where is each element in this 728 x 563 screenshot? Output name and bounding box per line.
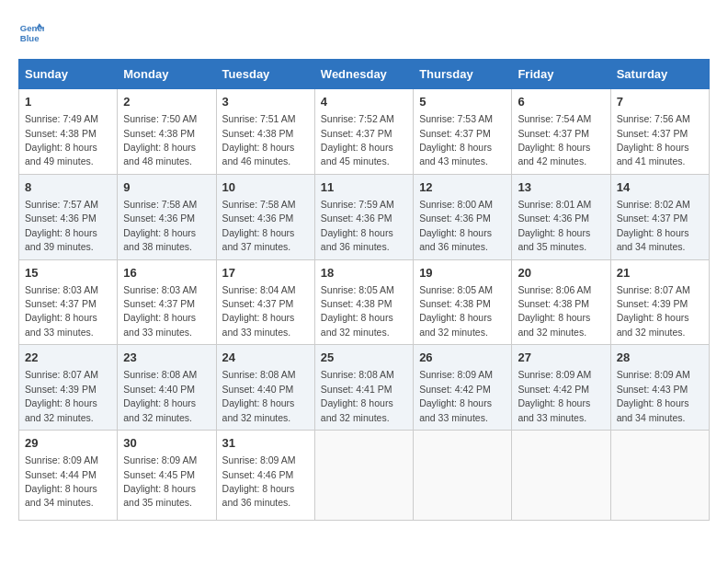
calendar-cell: 9 Sunrise: 7:58 AMSunset: 4:36 PMDayligh…	[118, 174, 216, 259]
header-thursday: Thursday	[414, 60, 512, 89]
day-info: Sunrise: 7:59 AMSunset: 4:36 PMDaylight:…	[321, 199, 394, 252]
calendar-cell: 13 Sunrise: 8:01 AMSunset: 4:36 PMDaylig…	[512, 174, 610, 259]
calendar-cell: 22 Sunrise: 8:07 AMSunset: 4:39 PMDaylig…	[19, 345, 118, 431]
calendar-cell	[314, 431, 413, 521]
calendar-cell: 16 Sunrise: 8:03 AMSunset: 4:37 PMDaylig…	[118, 259, 216, 345]
day-info: Sunrise: 7:53 AMSunset: 4:37 PMDaylight:…	[419, 113, 493, 167]
day-info: Sunrise: 7:52 AMSunset: 4:37 PMDaylight:…	[321, 113, 394, 167]
calendar-cell: 19 Sunrise: 8:05 AMSunset: 4:38 PMDaylig…	[414, 259, 512, 345]
calendar-cell: 27 Sunrise: 8:09 AMSunset: 4:42 PMDaylig…	[512, 345, 610, 431]
calendar-cell: 21 Sunrise: 8:07 AMSunset: 4:39 PMDaylig…	[610, 259, 709, 345]
calendar-cell: 29 Sunrise: 8:09 AMSunset: 4:44 PMDaylig…	[19, 431, 118, 521]
calendar-cell: 20 Sunrise: 8:06 AMSunset: 4:38 PMDaylig…	[512, 259, 610, 345]
day-info: Sunrise: 8:08 AMSunset: 4:41 PMDaylight:…	[321, 369, 394, 422]
day-info: Sunrise: 7:51 AMSunset: 4:38 PMDaylight:…	[222, 113, 296, 167]
day-number: 11	[321, 179, 407, 196]
day-number: 28	[617, 350, 703, 366]
calendar-cell: 7 Sunrise: 7:56 AMSunset: 4:37 PMDayligh…	[610, 89, 709, 175]
day-number: 30	[123, 435, 210, 452]
day-info: Sunrise: 7:50 AMSunset: 4:38 PMDaylight:…	[123, 113, 197, 167]
calendar-cell: 3 Sunrise: 7:51 AMSunset: 4:38 PMDayligh…	[216, 89, 314, 175]
day-info: Sunrise: 8:01 AMSunset: 4:36 PMDaylight:…	[518, 199, 591, 252]
header-tuesday: Tuesday	[216, 60, 314, 89]
day-info: Sunrise: 8:09 AMSunset: 4:42 PMDaylight:…	[518, 369, 591, 422]
calendar-cell: 15 Sunrise: 8:03 AMSunset: 4:37 PMDaylig…	[19, 259, 118, 345]
day-number: 7	[617, 94, 703, 110]
day-info: Sunrise: 8:07 AMSunset: 4:39 PMDaylight:…	[25, 369, 98, 422]
calendar-table: SundayMondayTuesdayWednesdayThursdayFrid…	[18, 59, 710, 521]
page-header: General Blue	[18, 18, 710, 44]
header-monday: Monday	[118, 60, 216, 89]
day-info: Sunrise: 8:09 AMSunset: 4:42 PMDaylight:…	[419, 369, 493, 422]
day-number: 12	[419, 179, 506, 196]
day-info: Sunrise: 8:05 AMSunset: 4:38 PMDaylight:…	[321, 284, 394, 338]
day-number: 13	[518, 179, 604, 196]
day-info: Sunrise: 8:03 AMSunset: 4:37 PMDaylight:…	[123, 284, 197, 338]
calendar-cell: 24 Sunrise: 8:08 AMSunset: 4:40 PMDaylig…	[216, 345, 314, 431]
calendar-cell: 17 Sunrise: 8:04 AMSunset: 4:37 PMDaylig…	[216, 259, 314, 345]
day-number: 26	[419, 350, 506, 366]
day-info: Sunrise: 8:09 AMSunset: 4:44 PMDaylight:…	[25, 454, 98, 508]
day-number: 6	[518, 94, 604, 110]
calendar-cell: 10 Sunrise: 7:58 AMSunset: 4:36 PMDaylig…	[216, 174, 314, 259]
day-number: 16	[123, 265, 210, 282]
calendar-cell	[512, 431, 610, 521]
day-info: Sunrise: 8:00 AMSunset: 4:36 PMDaylight:…	[419, 199, 493, 252]
calendar-cell: 1 Sunrise: 7:49 AMSunset: 4:38 PMDayligh…	[19, 89, 118, 175]
calendar-cell	[610, 431, 709, 521]
calendar-cell: 8 Sunrise: 7:57 AMSunset: 4:36 PMDayligh…	[19, 174, 118, 259]
day-number: 25	[321, 350, 407, 366]
week-row-5: 29 Sunrise: 8:09 AMSunset: 4:44 PMDaylig…	[19, 431, 710, 521]
calendar-cell: 28 Sunrise: 8:09 AMSunset: 4:43 PMDaylig…	[610, 345, 709, 431]
calendar-cell: 30 Sunrise: 8:09 AMSunset: 4:45 PMDaylig…	[118, 431, 216, 521]
week-row-2: 8 Sunrise: 7:57 AMSunset: 4:36 PMDayligh…	[19, 174, 710, 259]
day-number: 21	[617, 265, 703, 282]
week-row-1: 1 Sunrise: 7:49 AMSunset: 4:38 PMDayligh…	[19, 89, 710, 175]
day-number: 15	[25, 265, 111, 282]
day-number: 2	[123, 94, 210, 110]
day-number: 27	[518, 350, 604, 366]
svg-text:General: General	[20, 23, 44, 33]
calendar-cell: 5 Sunrise: 7:53 AMSunset: 4:37 PMDayligh…	[414, 89, 512, 175]
day-info: Sunrise: 8:02 AMSunset: 4:37 PMDaylight:…	[617, 199, 690, 252]
day-info: Sunrise: 7:58 AMSunset: 4:36 PMDaylight:…	[123, 199, 197, 252]
header-friday: Friday	[512, 60, 610, 89]
day-number: 23	[123, 350, 210, 366]
calendar-cell	[414, 431, 512, 521]
day-info: Sunrise: 7:49 AMSunset: 4:38 PMDaylight:…	[25, 113, 98, 167]
day-info: Sunrise: 7:57 AMSunset: 4:36 PMDaylight:…	[25, 199, 98, 252]
calendar-cell: 4 Sunrise: 7:52 AMSunset: 4:37 PMDayligh…	[314, 89, 413, 175]
day-info: Sunrise: 7:58 AMSunset: 4:36 PMDaylight:…	[222, 199, 296, 252]
svg-text:Blue: Blue	[20, 33, 40, 43]
day-info: Sunrise: 8:06 AMSunset: 4:38 PMDaylight:…	[518, 284, 591, 338]
week-row-3: 15 Sunrise: 8:03 AMSunset: 4:37 PMDaylig…	[19, 259, 710, 345]
day-number: 4	[321, 94, 407, 110]
day-number: 10	[222, 179, 309, 196]
day-number: 14	[617, 179, 703, 196]
calendar-header-row: SundayMondayTuesdayWednesdayThursdayFrid…	[19, 60, 710, 89]
day-number: 22	[25, 350, 111, 366]
day-number: 20	[518, 265, 604, 282]
calendar-cell: 2 Sunrise: 7:50 AMSunset: 4:38 PMDayligh…	[118, 89, 216, 175]
calendar-cell: 18 Sunrise: 8:05 AMSunset: 4:38 PMDaylig…	[314, 259, 413, 345]
day-number: 9	[123, 179, 210, 196]
day-number: 1	[25, 94, 111, 110]
day-info: Sunrise: 8:07 AMSunset: 4:39 PMDaylight:…	[617, 284, 690, 338]
day-info: Sunrise: 8:09 AMSunset: 4:43 PMDaylight:…	[617, 369, 690, 422]
calendar-cell: 31 Sunrise: 8:09 AMSunset: 4:46 PMDaylig…	[216, 431, 314, 521]
logo: General Blue	[18, 18, 48, 44]
day-info: Sunrise: 8:08 AMSunset: 4:40 PMDaylight:…	[123, 369, 197, 422]
day-info: Sunrise: 8:08 AMSunset: 4:40 PMDaylight:…	[222, 369, 296, 422]
calendar-cell: 11 Sunrise: 7:59 AMSunset: 4:36 PMDaylig…	[314, 174, 413, 259]
calendar-cell: 25 Sunrise: 8:08 AMSunset: 4:41 PMDaylig…	[314, 345, 413, 431]
day-info: Sunrise: 8:09 AMSunset: 4:46 PMDaylight:…	[222, 454, 296, 508]
day-info: Sunrise: 7:54 AMSunset: 4:37 PMDaylight:…	[518, 113, 591, 167]
day-number: 8	[25, 179, 111, 196]
day-number: 18	[321, 265, 407, 282]
header-wednesday: Wednesday	[314, 60, 413, 89]
day-number: 17	[222, 265, 309, 282]
day-number: 19	[419, 265, 506, 282]
calendar-cell: 26 Sunrise: 8:09 AMSunset: 4:42 PMDaylig…	[414, 345, 512, 431]
day-info: Sunrise: 7:56 AMSunset: 4:37 PMDaylight:…	[617, 113, 690, 167]
week-row-4: 22 Sunrise: 8:07 AMSunset: 4:39 PMDaylig…	[19, 345, 710, 431]
